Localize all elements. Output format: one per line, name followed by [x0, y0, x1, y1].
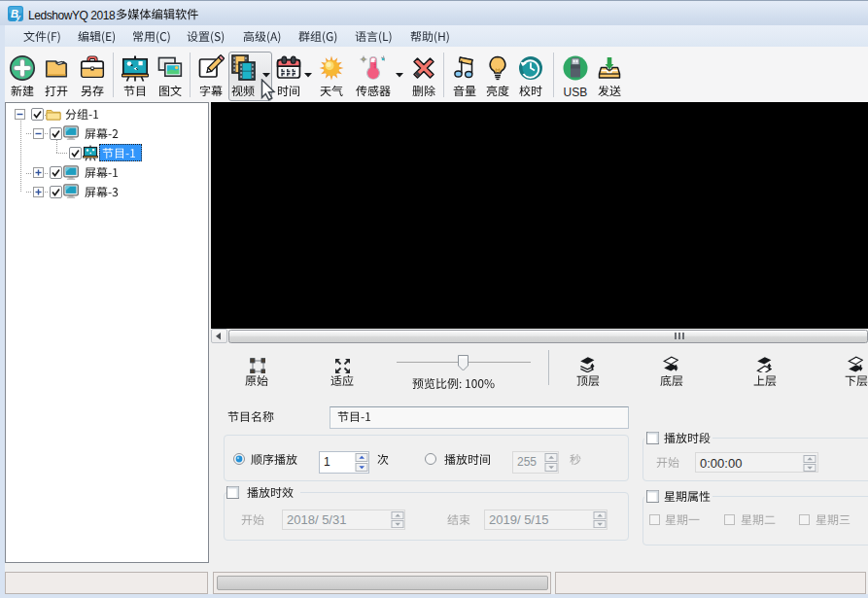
svg-text:y: y [16, 13, 21, 21]
